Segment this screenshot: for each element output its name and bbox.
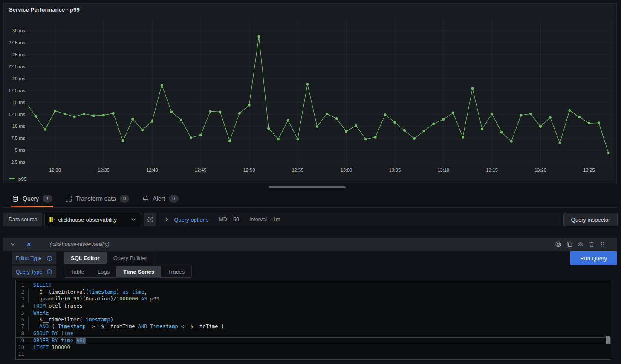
database-icon xyxy=(12,195,19,202)
horizontal-scrollbar[interactable] xyxy=(269,186,346,188)
run-query-button[interactable]: Run Query xyxy=(570,251,617,265)
code-line-5: 5WHERE xyxy=(16,309,611,316)
tab-label: Transform data xyxy=(76,195,116,202)
query-inspector-button[interactable]: Query inspector xyxy=(563,213,618,226)
svg-text:13:10: 13:10 xyxy=(437,168,449,173)
info-circle-icon[interactable] xyxy=(46,269,52,275)
svg-text:7.5 ms: 7.5 ms xyxy=(11,136,26,141)
svg-text:12:55: 12:55 xyxy=(292,168,304,173)
datasource-picker[interactable]: clickhouse-observability xyxy=(44,213,141,226)
tab-count-badge: 0 xyxy=(120,195,129,203)
svg-text:25 ms: 25 ms xyxy=(12,52,25,57)
indent-guide xyxy=(28,323,29,330)
query-options-md: MD = 50 xyxy=(219,217,239,222)
line-number: 7 xyxy=(16,323,24,330)
drag-handle-icon[interactable] xyxy=(599,241,606,248)
option-traces[interactable]: Traces xyxy=(161,266,191,277)
editor-type-row: Editor Type SQL EditorQuery Builder xyxy=(12,252,154,264)
tab-transform-data[interactable]: Transform data 0 xyxy=(65,190,130,207)
indent-guide xyxy=(28,316,29,323)
tab-count-badge: 1 xyxy=(43,195,52,203)
editor-type-segmented: SQL EditorQuery Builder xyxy=(64,252,154,264)
chevron-down-icon xyxy=(130,216,137,223)
svg-text:27.5 ms: 27.5 ms xyxy=(9,40,26,45)
line-number: 1 xyxy=(16,282,24,289)
svg-text:22.5 ms: 22.5 ms xyxy=(9,64,26,69)
code-line-10: 10LIMIT 100000 xyxy=(16,344,611,351)
svg-text:2.5 ms: 2.5 ms xyxy=(11,159,26,165)
eye-icon[interactable] xyxy=(577,241,584,248)
code-text: $__timeFilter(Timestamp) xyxy=(33,316,113,323)
query-type-label: Query Type xyxy=(16,269,42,275)
datasource-picker-value: clickhouse-observability xyxy=(58,217,127,223)
transform-icon xyxy=(65,195,72,202)
code-text: FROM otel_traces xyxy=(33,303,83,309)
query-options-link[interactable]: Query options xyxy=(174,217,208,223)
svg-text:p99: p99 xyxy=(18,176,26,182)
svg-text:30 ms: 30 ms xyxy=(12,28,25,33)
disable-icon[interactable] xyxy=(555,241,562,248)
code-line-1: 1SELECT xyxy=(16,282,611,289)
collapse-chevron-icon[interactable] xyxy=(9,241,16,248)
option-time-series[interactable]: Time Series xyxy=(116,266,161,277)
code-text: $__timeInterval(Timestamp) as time, xyxy=(33,289,147,295)
timeseries-chart[interactable]: 2.5 ms5 ms7.5 ms10 ms12.5 ms15 ms17.5 ms… xyxy=(4,4,616,183)
code-line-3: 3 quantile(0.99)(Duration)/1000000 AS p9… xyxy=(16,295,611,302)
timeseries-panel: Service Performance - p99 2.5 ms5 ms7.5 … xyxy=(3,3,617,183)
svg-text:12:45: 12:45 xyxy=(195,168,207,173)
cursor-overview-marker xyxy=(606,336,610,344)
option-table[interactable]: Table xyxy=(64,266,91,277)
indent-guide xyxy=(28,295,29,302)
code-line-4: 4FROM otel_traces xyxy=(16,303,611,309)
tab-alert[interactable]: Alert 0 xyxy=(142,190,178,207)
tab-query[interactable]: Query 1 xyxy=(12,190,52,207)
query-ref-id: A xyxy=(27,241,31,248)
svg-text:10 ms: 10 ms xyxy=(12,124,25,129)
option-logs[interactable]: Logs xyxy=(91,266,116,277)
option-query-builder[interactable]: Query Builder xyxy=(107,252,154,264)
svg-text:15 ms: 15 ms xyxy=(12,100,25,105)
svg-text:12:35: 12:35 xyxy=(98,168,110,173)
code-line-6: 6 $__timeFilter(Timestamp) xyxy=(16,316,611,323)
code-text: AND ( Timestamp >= $__fromTime AND Times… xyxy=(33,323,224,330)
query-type-segmented: TableLogsTime SeriesTraces xyxy=(64,266,192,278)
trash-icon[interactable] xyxy=(588,241,595,248)
clickhouse-logo xyxy=(49,217,55,222)
info-circle-icon[interactable] xyxy=(46,255,52,261)
duplicate-icon[interactable] xyxy=(566,241,573,248)
line-number: 8 xyxy=(16,330,24,337)
editor-type-label: Editor Type xyxy=(16,255,41,261)
line-number: 4 xyxy=(16,303,24,309)
datasource-label: Data source xyxy=(3,213,42,226)
panel-editor-tabs: Query 1 Transform data 0 Alert 0 xyxy=(3,190,618,208)
editor-type-chip: Editor Type xyxy=(12,252,56,264)
query-options-interval: Interval = 1m xyxy=(249,217,280,222)
query-options-bar[interactable]: Query options MD = 50 Interval = 1m xyxy=(159,213,561,226)
code-text: ORDER BY time ASC xyxy=(33,337,86,344)
svg-text:12.5 ms: 12.5 ms xyxy=(9,112,26,117)
line-number: 3 xyxy=(16,295,24,302)
option-sql-editor[interactable]: SQL Editor xyxy=(64,252,107,264)
code-line-8: 8GROUP BY time xyxy=(16,330,611,337)
panel-title[interactable]: Service Performance - p99 xyxy=(9,6,80,13)
svg-text:12:40: 12:40 xyxy=(146,168,158,173)
svg-text:13:25: 13:25 xyxy=(583,168,595,173)
line-number: 11 xyxy=(16,351,24,358)
sql-code-editor[interactable]: 1SELECT2 $__timeInterval(Timestamp) as t… xyxy=(15,280,611,360)
datasource-help-button[interactable] xyxy=(144,213,156,226)
code-line-9: 9ORDER BY time ASC xyxy=(16,337,611,344)
svg-text:12:50: 12:50 xyxy=(243,168,255,173)
svg-text:13:15: 13:15 xyxy=(486,168,498,173)
svg-text:20 ms: 20 ms xyxy=(12,76,25,81)
datasource-row: Data source clickhouse-observability Que… xyxy=(3,213,618,226)
line-number: 9 xyxy=(16,337,24,344)
svg-text:5 ms: 5 ms xyxy=(15,147,25,153)
line-number: 10 xyxy=(16,344,24,351)
code-text: LIMIT 100000 xyxy=(33,344,70,351)
tab-label: Alert xyxy=(153,195,165,202)
query-datasource-name: (clickhouse-observability) xyxy=(49,241,109,247)
question-circle-icon xyxy=(147,216,154,223)
query-row-actions xyxy=(555,241,611,248)
query-row-header[interactable]: A (clickhouse-observability) xyxy=(3,238,617,251)
tab-count-badge: 0 xyxy=(169,195,178,203)
